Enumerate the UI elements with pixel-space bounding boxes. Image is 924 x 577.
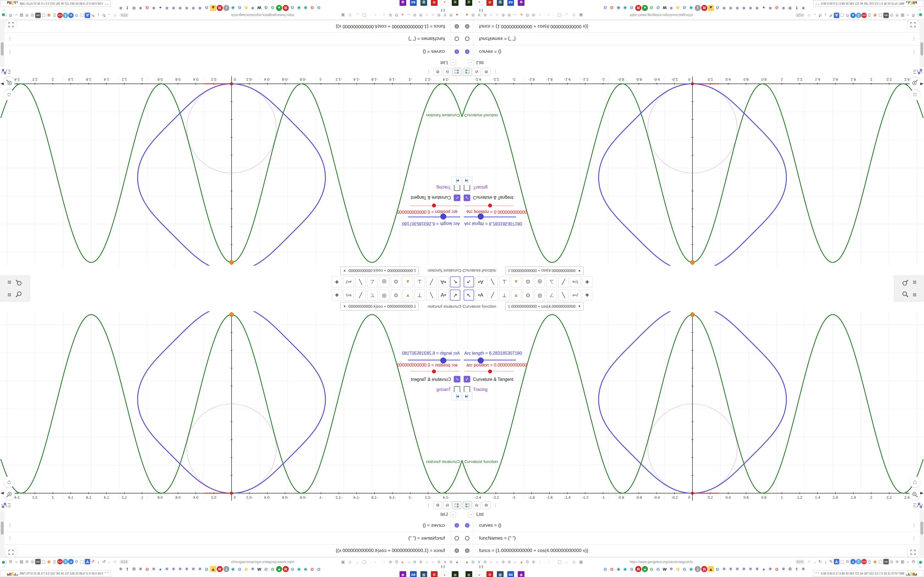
image-favicon[interactable]: ▲ xyxy=(210,5,216,11)
tab-dot-icon[interactable]: ◦ xyxy=(387,12,391,18)
step-forward-button[interactable]: ▶▏ xyxy=(452,392,462,400)
firefox-icon[interactable]: ◕ xyxy=(400,12,405,18)
settings-button[interactable]: ⚙ xyxy=(482,68,491,76)
google-favicon[interactable]: G xyxy=(243,5,249,11)
firefox-ext-icon[interactable]: ◕ xyxy=(476,571,483,577)
algebra-panel-tab[interactable] xyxy=(1,502,11,510)
gear-icon[interactable]: ⚙ xyxy=(394,12,399,18)
globe-grid-icon[interactable]: ⊕ xyxy=(24,559,30,564)
google-favicon[interactable]: G xyxy=(675,566,681,572)
scrollbar-thumb[interactable] xyxy=(1,42,3,55)
home-button[interactable]: ⌂ xyxy=(3,476,15,487)
firefox-icon[interactable]: ◕ xyxy=(519,12,524,18)
gauge-icon[interactable]: ∩ xyxy=(494,12,500,18)
collapse-list-button[interactable]: − xyxy=(468,60,474,65)
tab-dot-icon[interactable]: ○ xyxy=(547,559,551,565)
tracing-checkbox[interactable] xyxy=(464,184,470,191)
info-favicon[interactable]: i xyxy=(695,5,701,11)
google-favicon[interactable]: G xyxy=(263,5,269,11)
algebra-row[interactable]: funcs = {1.000000000000 + cos(4.00000000… xyxy=(0,20,462,32)
mouse-icon[interactable]: ▢ xyxy=(839,559,845,564)
scroll-icon[interactable]: ⇩ xyxy=(63,13,68,18)
android-ext-icon[interactable]: ▣ xyxy=(452,571,459,577)
plus-icon[interactable]: + xyxy=(68,559,74,564)
tab-dot-icon[interactable]: ○ xyxy=(538,12,542,18)
graphics-view[interactable]: -2.4-2.2-2-1.8-1.6-1.4-1.2-1-0.8-0.6-0.4… xyxy=(462,76,924,266)
arc-position-slider-knob[interactable] xyxy=(432,369,436,373)
settings-button[interactable]: ⚙ xyxy=(482,501,491,509)
ellipse-tool[interactable]: ◎ xyxy=(379,290,389,301)
globe-icon[interactable]: ⊕ xyxy=(482,559,488,565)
flower-favicon[interactable]: ✱ xyxy=(184,566,190,572)
trash-icon[interactable]: ▯ xyxy=(52,559,57,564)
google-favicon[interactable]: G xyxy=(270,566,276,572)
main-menu-icon[interactable]: ≡ xyxy=(913,291,917,299)
google-favicon[interactable]: G xyxy=(602,5,608,11)
curvature-function-input[interactable]: 1.000000000000 + cos(4.000000000000 x) ▼ xyxy=(506,266,583,275)
gear-icon[interactable]: ⚙ xyxy=(74,13,79,18)
gear-icon[interactable]: ⚙ xyxy=(525,559,530,565)
globe-icon[interactable]: ⊕ xyxy=(418,559,423,565)
visibility-marble[interactable] xyxy=(465,523,469,527)
flower-favicon[interactable]: ✱ xyxy=(668,5,674,11)
scrollbar[interactable] xyxy=(0,510,5,557)
tab-dot-icon[interactable]: ◦ xyxy=(533,12,537,18)
blue-pin-icon[interactable]: Y xyxy=(476,559,482,565)
wrench-icon[interactable]: ⌐ xyxy=(13,559,19,564)
move-tool[interactable]: ↖ xyxy=(450,276,460,287)
globe-grid-icon[interactable]: ⊕ xyxy=(24,13,30,18)
reload-icon[interactable]: ↻ xyxy=(101,13,107,18)
curvature-tangent-checkbox[interactable]: ✓ xyxy=(464,195,470,201)
share-icon[interactable]: ◉ xyxy=(46,13,52,18)
algebra-view-button[interactable] xyxy=(453,501,461,509)
pencil-icon[interactable]: ✎ xyxy=(90,559,96,564)
flower-favicon[interactable]: ✱ xyxy=(721,5,727,11)
collapse-list-button[interactable]: − xyxy=(450,60,456,65)
step-forward-button[interactable]: ▶▏ xyxy=(462,392,472,400)
plus-icon[interactable]: + xyxy=(850,559,856,564)
circle-tool[interactable]: ⊙ xyxy=(391,290,401,301)
box-icon[interactable]: ▢ xyxy=(878,559,883,564)
mouse-icon[interactable]: ▢ xyxy=(79,13,85,18)
dropdown-arrow-icon[interactable]: ▼ xyxy=(343,305,346,308)
move-view-tool[interactable]: + xyxy=(582,276,592,287)
wrench-icon[interactable]: ⌐ xyxy=(905,559,911,564)
fullscreen-button[interactable] xyxy=(5,19,17,31)
row-menu-button[interactable]: ⋮ xyxy=(912,535,916,541)
f-favicon[interactable]: f xyxy=(794,5,800,11)
pencil-icon[interactable]: ✎ xyxy=(90,13,96,18)
gauge-icon[interactable]: ∩ xyxy=(424,559,430,565)
teal-favicon[interactable]: ◉ xyxy=(302,5,309,11)
lock-icon[interactable]: ▣ xyxy=(340,12,346,18)
yandex-favicon[interactable]: Я xyxy=(701,566,707,572)
flower-favicon[interactable]: ✱ xyxy=(728,5,734,11)
lock-icon[interactable]: ▣ xyxy=(578,12,584,18)
perpendicular-line-tool[interactable]: ⊥ xyxy=(414,290,425,301)
camera-ext-icon[interactable]: ▦ xyxy=(497,571,504,577)
forward-icon[interactable]: → xyxy=(812,559,817,564)
download-icon[interactable]: ↓ xyxy=(823,13,828,18)
flower-favicon[interactable]: ✱ xyxy=(137,566,144,572)
teal-favicon[interactable]: ◉ xyxy=(688,566,694,572)
teal-favicon[interactable]: ◉ xyxy=(615,5,622,11)
point-tool[interactable]: •A xyxy=(438,276,449,287)
share-icon[interactable]: ◉ xyxy=(872,13,878,18)
floppy64-ext-icon[interactable]: 64 xyxy=(410,0,417,6)
move-view-tool[interactable]: + xyxy=(332,276,342,287)
lock-icon[interactable]: ▣ xyxy=(340,559,346,565)
address-url[interactable]: https://www.geogebra.org/classic/aagcxh3… xyxy=(611,13,712,17)
flower-favicon[interactable]: ✱ xyxy=(754,566,760,572)
fx-button[interactable]: fx xyxy=(472,68,481,76)
google-favicon[interactable]: G xyxy=(628,5,635,11)
visibility-marble[interactable] xyxy=(465,536,469,540)
teal-favicon[interactable]: ◉ xyxy=(296,5,302,11)
algebra-row[interactable]: curves = {}⋮ xyxy=(0,45,462,58)
flower-favicon[interactable]: ✱ xyxy=(250,5,256,11)
graphics-view[interactable]: -2.4-2.2-2-1.8-1.6-1.4-1.2-1-0.8-0.6-0.4… xyxy=(0,76,462,266)
address-url[interactable]: https://www.geogebra.org/classic/aagcxh3… xyxy=(212,560,313,564)
google-favicon[interactable]: G xyxy=(204,5,210,11)
globe-grid-icon[interactable]: ⊕ xyxy=(894,559,900,564)
lock-icon[interactable]: ▣ xyxy=(578,559,584,565)
algebra-row[interactable]: curves = {}⋮ xyxy=(462,519,924,532)
tab-dot-icon[interactable]: ◦ xyxy=(378,12,382,18)
